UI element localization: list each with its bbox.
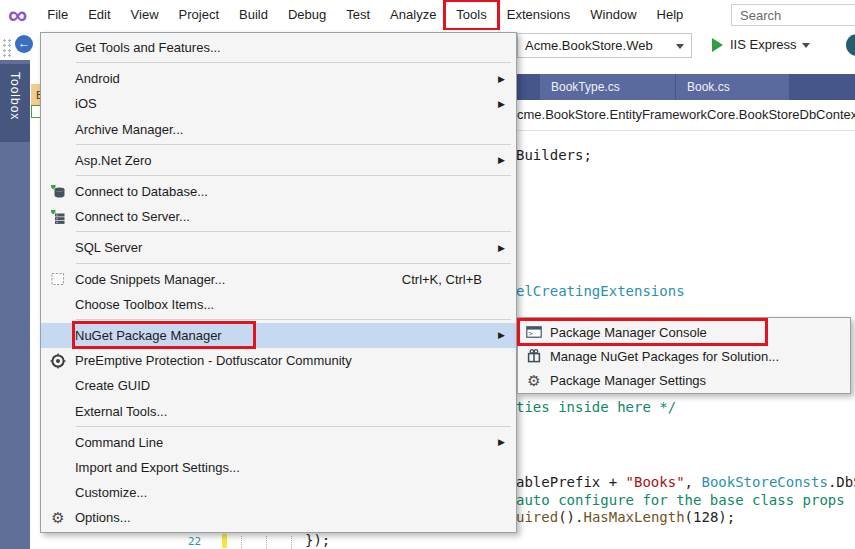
run-chevron-down-icon[interactable]	[802, 43, 810, 48]
code-line: uired().HasMaxLength(128);	[516, 509, 735, 525]
snippets-icon	[50, 271, 66, 287]
run-target-button[interactable]: IIS Express	[730, 37, 796, 52]
toolbox-side-strip: Toolbox	[0, 60, 30, 549]
menu-item-external-tools[interactable]: External Tools...	[41, 398, 516, 423]
gear-icon: ⚙	[527, 373, 540, 388]
menu-edit[interactable]: Edit	[78, 2, 120, 28]
menu-item-aspnet-zero[interactable]: Asp.Net Zero▶	[41, 148, 516, 173]
menu-item-command-line[interactable]: Command Line▶	[41, 430, 516, 455]
preemptive-icon	[50, 353, 66, 369]
menu-item-archive-manager[interactable]: Archive Manager...	[41, 117, 516, 142]
menu-item-create-guid[interactable]: Create GUID	[41, 373, 516, 398]
submenu-arrow-icon: ▶	[498, 99, 510, 109]
submenu-arrow-icon: ▶	[498, 74, 510, 84]
changed-line-bar	[222, 534, 227, 548]
tools-dropdown-menu: Get Tools and Features... Android▶ iOS▶ …	[40, 32, 517, 533]
search-input[interactable]	[731, 4, 855, 26]
menu-item-ios[interactable]: iOS▶	[41, 91, 516, 116]
nuget-package-icon	[526, 348, 542, 364]
main-menus: File Edit View Project Build Debug Test …	[37, 2, 693, 28]
menu-window[interactable]: Window	[580, 2, 646, 28]
toolbar-partial-icon	[846, 34, 855, 56]
menu-item-nuget-package-manager[interactable]: NuGet Package Manager▶	[41, 323, 516, 348]
menu-item-choose-toolbox-items[interactable]: Choose Toolbox Items...	[41, 292, 516, 317]
submenu-arrow-icon: ▶	[498, 155, 510, 165]
menu-bar: ∞ File Edit View Project Build Debug Tes…	[0, 0, 855, 30]
menu-item-code-snippets-manager[interactable]: Code Snippets Manager...Ctrl+K, Ctrl+B	[41, 267, 516, 292]
console-icon: >_	[526, 324, 542, 340]
toolbox-tab[interactable]: Toolbox	[0, 64, 30, 142]
menu-file[interactable]: File	[37, 2, 78, 28]
server-icon	[50, 209, 66, 225]
menu-item-connect-to-database[interactable]: Connect to Database...	[41, 179, 516, 204]
startup-project-label: Acme.BookStore.Web	[525, 38, 653, 53]
menu-item-import-export-settings[interactable]: Import and Export Settings...	[41, 455, 516, 480]
code-line: ties inside here */	[516, 399, 676, 415]
indent-guide	[266, 536, 267, 549]
indent-guide	[241, 536, 242, 549]
menu-item-get-tools-and-features[interactable]: Get Tools and Features...	[41, 35, 516, 60]
tab-book-cs[interactable]: Book.cs	[676, 74, 789, 100]
menu-item-sql-server[interactable]: SQL Server▶	[41, 235, 516, 260]
menu-debug[interactable]: Debug	[278, 2, 336, 28]
nuget-submenu: >_ Package Manager Console Manage NuGet …	[517, 317, 851, 394]
toolbar-grip-handle[interactable]	[2, 38, 13, 59]
chevron-down-icon	[676, 44, 684, 49]
code-line: elCreatingExtensions	[516, 283, 685, 299]
submenu-arrow-icon: ▶	[498, 437, 510, 447]
breadcrumb[interactable]: cme.BookStore.EntityFrameworkCore.BookSt…	[517, 107, 855, 127]
database-icon	[50, 184, 66, 200]
toolbox-label: Toolbox	[8, 72, 22, 120]
menu-view[interactable]: View	[121, 2, 169, 28]
code-line: auto configure for the base class props	[516, 492, 845, 508]
menu-item-android[interactable]: Android▶	[41, 66, 516, 91]
shortcut-label: Ctrl+K, Ctrl+B	[402, 272, 482, 287]
menu-item-customize[interactable]: Customize...	[41, 480, 516, 505]
menu-help[interactable]: Help	[647, 2, 694, 28]
visual-studio-window: ∞ File Edit View Project Build Debug Tes…	[0, 0, 855, 549]
submenu-arrow-icon: ▶	[498, 330, 510, 340]
gear-icon: ⚙	[51, 510, 64, 525]
menu-test[interactable]: Test	[336, 2, 380, 28]
menu-item-connect-to-server[interactable]: Connect to Server...	[41, 204, 516, 229]
tab-booktype-cs[interactable]: BookType.cs	[540, 74, 675, 100]
code-line: });	[305, 532, 330, 548]
menu-extensions[interactable]: Extensions	[497, 2, 581, 28]
code-line: Builders;	[516, 147, 592, 163]
menu-item-package-manager-settings[interactable]: ⚙ Package Manager Settings	[518, 368, 850, 392]
menu-item-options[interactable]: ⚙Options...	[41, 505, 516, 530]
visual-studio-logo-icon: ∞	[8, 2, 27, 28]
navigate-back-icon[interactable]: ←	[15, 35, 33, 53]
menu-tools[interactable]: Tools	[446, 2, 496, 28]
breadcrumb-divider	[516, 130, 855, 131]
menu-item-preemptive-protection[interactable]: PreEmptive Protection - Dotfuscator Comm…	[41, 348, 516, 373]
startup-project-dropdown[interactable]: Acme.BookStore.Web	[517, 33, 692, 58]
line-number: 22	[188, 535, 201, 548]
submenu-arrow-icon: ▶	[498, 243, 510, 253]
code-line: ablePrefix + "Books", BookStoreConsts.Db…	[516, 474, 855, 490]
menu-project[interactable]: Project	[169, 2, 229, 28]
document-tab-strip: BookType.cs Book.cs	[515, 74, 855, 100]
menu-analyze[interactable]: Analyze	[380, 2, 446, 28]
indent-guide	[291, 536, 292, 549]
menu-build[interactable]: Build	[229, 2, 278, 28]
svg-text:>_: >_	[529, 330, 538, 338]
menu-item-manage-nuget-packages[interactable]: Manage NuGet Packages for Solution...	[518, 344, 850, 368]
menu-item-package-manager-console[interactable]: >_ Package Manager Console	[518, 320, 850, 344]
run-play-icon[interactable]	[712, 38, 723, 52]
